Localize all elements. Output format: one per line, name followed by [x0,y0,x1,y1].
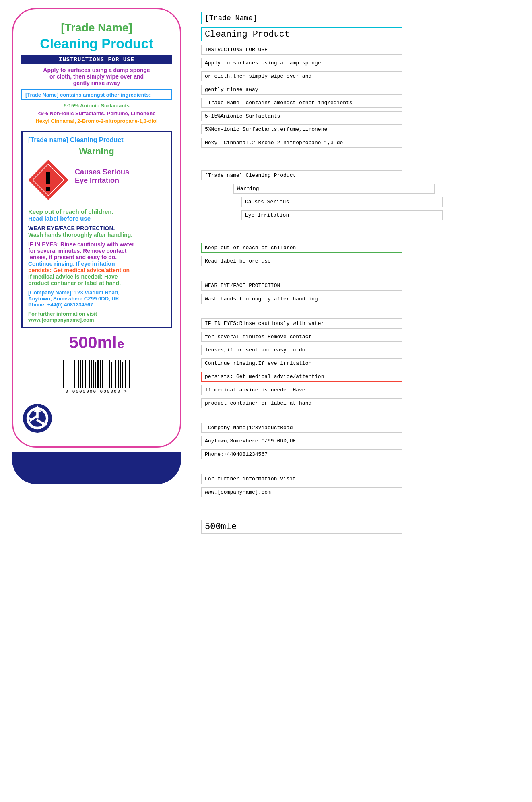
if-in-eyes-text: IF IN EYES: Rinse cautiously with water … [28,241,165,260]
barcode-number: 0 0000000 000000 > [66,389,128,394]
right-annotations-panel: [Trade Name] Cleaning Product INSTRUCTIO… [193,0,532,802]
right-volume: 500mle [201,520,402,534]
right-eye-irritation: Eye Irritation [241,210,443,220]
right-trade-name: [Trade Name] [201,12,402,24]
bottom-blue-cap [12,452,181,484]
right-wash-hands: Wash hands thoroughly after handling [201,294,402,304]
right-warning: Warning [233,184,435,194]
right-further: For further information visit [201,474,402,484]
warning-label: Warning [28,146,165,157]
instructions-text: Apply to surfaces using a damp sponge or… [43,67,150,86]
volume-label: 500mle [69,333,124,352]
right-ing1: 5-15%Anionic Surfactants [201,111,402,121]
product-name-title: Cleaning Product [40,36,153,52]
trade-name-title: [Trade Name] [61,21,132,34]
svg-rect-2 [46,172,50,184]
hazard-section: Causes Serious Eye Irritation [28,160,165,204]
get-medical-text: persists: Get medical advice/attention [28,267,165,273]
right-get-medical: persists: Get medical advice/attention [201,372,402,382]
right-contains: [Trade Name] contains amongst other ingr… [201,98,402,108]
barcode-area: 0 0000000 000000 > [40,356,153,396]
right-continue: Continue rinsing.If eye irritation [201,358,402,368]
company-info: [Company Name]: 123 Viaduct Road, Anytow… [28,289,165,308]
right-if-eyes2: for several minutes.Remove contact [201,332,402,342]
barcode-bars [63,356,130,388]
svg-rect-3 [46,187,50,191]
bottom-section [21,402,172,434]
recycle-icon [21,402,54,434]
wear-protection-text: WEAR EYE/FACE PROTECTION. [28,225,165,232]
right-if-eyes3: lenses,if present and easy to do. [201,345,402,355]
precautions-section: Keep out of reach of children. Read labe… [28,208,165,323]
left-label-panel: [Trade Name] Cleaning Product INSTRUCTIO… [0,0,193,802]
sds-box: [Trade name] Cleaning Product Warning Ca… [21,131,172,328]
right-product-container: product container or label at hand. [201,398,402,408]
right-if-eyes1: IF IN EYES:Rinse cautiously with water [201,318,402,329]
right-instructions-header: INSTRUCTIONS FOR USE [201,45,402,55]
right-ing2: 5%Non-ionic Surfactants,erfume,Limonene [201,124,402,134]
ingredient-2: <5% Non-ionic Surfactants, Perfume, Limo… [38,110,156,117]
instructions-header: INSTRUCTIONS FOR USE [21,55,172,64]
right-causes-serious: Causes Serious [241,197,443,207]
right-apply-line2: or cloth,then simply wipe over and [201,71,402,81]
right-apply-line3: gently rinse away [201,85,402,95]
keep-out-text: Keep out of reach of children. [28,208,165,215]
ghs-exclamation-icon [28,160,68,200]
if-medical-text: If medical advice is needed: Have produc… [28,273,165,286]
right-keep-out: Keep out of reach of children [201,243,402,253]
wash-hands-text: Wash hands thoroughly after handling. [28,232,165,238]
eye-irritation-text: Eye Irritation [75,176,129,185]
label-container: [Trade Name] Cleaning Product INSTRUCTIO… [12,8,181,448]
right-company3: Phone:+4404081234567 [201,449,402,459]
right-product-name: Cleaning Product [201,27,402,41]
ingredient-3: Hexyl Cinnamal, 2-Bromo-2-nitropropane-1… [35,117,157,125]
sds-trade-name: [Trade name] Cleaning Product [28,136,165,144]
continue-rinsing-text: Continue rinsing. If eye irritation [28,260,165,267]
right-read-label: Read label before use [201,256,402,266]
right-company1: [Company Name]123ViaductRoad [201,423,402,433]
right-if-medical: If medical advice is needed:Have [201,385,402,395]
right-ing3: Hexyl Cinnamal,2-Bromo-2-nitropropane-1,… [201,138,402,148]
ingredients-label: [Trade Name] contains amongst other ingr… [25,92,168,98]
hazard-text-block: Causes Serious Eye Irritation [68,160,129,185]
right-sds-trade: [Trade name] Cleaning Product [201,170,402,180]
ingredients-box: [Trade Name] contains amongst other ingr… [21,89,172,100]
right-wear-protection: WEAR EYE/FACE PROTECTION [201,281,402,291]
right-website: www.[companyname].com [201,487,402,497]
right-apply-line1: Apply to surfaces using a damp sponge [201,58,402,68]
right-company2: Anytown,Somewhere CZ99 0DD,UK [201,436,402,446]
ingredient-1: 5-15% Anionic Surfactants [64,102,130,110]
causes-serious-text: Causes Serious [75,168,129,176]
read-label-text: Read label before use [28,215,165,222]
further-info-text: For further information visit www.[compa… [28,311,165,323]
